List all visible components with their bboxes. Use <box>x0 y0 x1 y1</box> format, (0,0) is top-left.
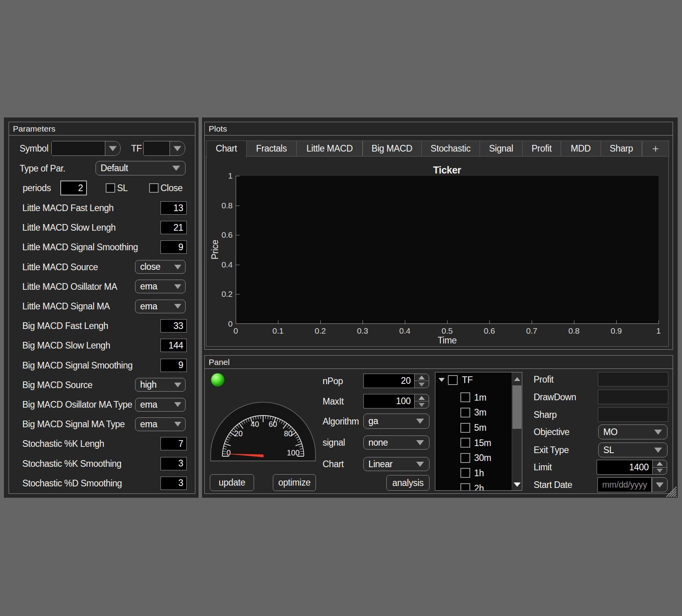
symbol-dropdown-button[interactable] <box>105 141 120 155</box>
spinner-value-npop[interactable]: 20 <box>363 374 414 388</box>
spinner-up-button[interactable] <box>653 460 667 468</box>
param-dropdown-big-macd-source[interactable]: high <box>135 378 186 392</box>
spinner-npop[interactable]: 20 <box>363 374 429 388</box>
tree-label-1m[interactable]: 1m <box>474 392 486 403</box>
svg-text:20: 20 <box>234 429 243 438</box>
dropdown-signal[interactable]: none <box>363 435 429 450</box>
param-dropdown-big-macd-osillator-ma-type[interactable]: ema <box>135 398 186 412</box>
tree-checkbox-3m[interactable] <box>460 408 470 417</box>
spinner-value-maxit[interactable]: 100 <box>363 394 414 408</box>
periods-field[interactable]: 2 <box>60 181 87 195</box>
spinner-limit[interactable]: 1400 <box>597 460 667 475</box>
tree-checkbox-2h[interactable] <box>460 483 470 491</box>
tree-label-30m[interactable]: 30m <box>474 452 491 464</box>
param-dropdown-little-macd-osillator-ma[interactable]: ema <box>135 280 186 293</box>
dropdown-chart[interactable]: Linear <box>363 457 429 471</box>
tree-checkbox-30m[interactable] <box>460 453 470 463</box>
tree-label-tf[interactable]: TF <box>462 374 473 386</box>
tree-checkbox-1m[interactable] <box>460 392 470 402</box>
datepicker-start-date[interactable]: mm/dd/yyyy <box>597 477 652 492</box>
tf-dropdown-button[interactable] <box>170 141 185 155</box>
tab-signal[interactable]: Signal <box>480 141 523 157</box>
field-profit[interactable] <box>598 372 668 387</box>
spinner-up-button[interactable] <box>415 374 429 381</box>
spinner-down-button[interactable] <box>415 401 429 408</box>
tree-checkbox-5m[interactable] <box>460 423 470 433</box>
datepicker-button[interactable] <box>652 477 668 492</box>
param-dropdown-little-macd-source[interactable]: close <box>135 260 186 274</box>
field-drawdown[interactable] <box>598 390 668 404</box>
spinner-value-limit[interactable]: 1400 <box>597 460 652 475</box>
tab-stochastic[interactable]: Stochastic <box>421 141 480 157</box>
tree-label-5m[interactable]: 5m <box>474 422 486 434</box>
tree-checkbox-tf[interactable] <box>448 375 458 385</box>
param-field-little-macd-signal-smoothing[interactable]: 9 <box>161 240 187 254</box>
symbol-dropdown[interactable] <box>51 141 121 156</box>
spinner-down-button[interactable] <box>653 468 667 475</box>
x-tick-mark <box>489 320 490 324</box>
scrollbar-down-icon[interactable] <box>514 482 521 487</box>
spinner-buttons[interactable] <box>414 374 429 388</box>
param-field-stochastic-d-smoothing[interactable]: 3 <box>161 477 187 490</box>
resize-grip-icon[interactable] <box>666 486 677 497</box>
panel-label-maxit: MaxIt <box>323 394 344 409</box>
x-tick-label: 0.3 <box>347 326 378 336</box>
tree-label-1h[interactable]: 1h <box>474 467 484 479</box>
close-checkbox[interactable] <box>149 183 159 193</box>
tree-scrollbar-thumb[interactable] <box>512 385 521 429</box>
sl-checkbox-label: SL <box>117 181 128 195</box>
tab-profit[interactable]: Profit <box>522 141 561 157</box>
dropdown-algorithm[interactable]: ga <box>363 414 429 429</box>
tf-dropdown-value[interactable] <box>144 141 170 155</box>
tab-add[interactable]: + <box>642 141 669 157</box>
tree-label-15m[interactable]: 15m <box>474 437 491 449</box>
param-field-little-macd-slow-lengh[interactable]: 21 <box>161 221 187 234</box>
dropdown-objective[interactable]: MO <box>598 425 668 439</box>
x-tick-mark <box>278 320 278 324</box>
chevron-down-icon <box>416 419 424 424</box>
type-of-par-dropdown[interactable]: Default <box>96 161 186 175</box>
tree-expander-icon[interactable] <box>438 378 445 382</box>
y-tick-label: 0.8 <box>197 201 233 210</box>
symbol-dropdown-value[interactable] <box>52 141 105 155</box>
tab-fractals[interactable]: Fractals <box>246 141 297 157</box>
y-tick-label: 1 <box>197 171 233 181</box>
spinner-up-button[interactable] <box>415 394 429 401</box>
tab-chart[interactable]: Chart <box>206 141 247 157</box>
param-field-big-macd-fast-lengh[interactable]: 33 <box>161 319 187 332</box>
tf-dropdown[interactable] <box>143 141 185 156</box>
spinner-down-button[interactable] <box>415 381 429 388</box>
svg-text:60: 60 <box>269 420 277 428</box>
optimize-button[interactable]: optimize <box>273 474 316 491</box>
tab-little-macd[interactable]: Little MACD <box>296 141 363 157</box>
tree-label-3m[interactable]: 3m <box>474 406 486 418</box>
analysis-button[interactable]: analysis <box>386 475 429 491</box>
tab-big-macd[interactable]: Big MACD <box>363 141 422 157</box>
tab-sharp[interactable]: Sharp <box>601 141 642 157</box>
tree-label-2h[interactable]: 2h <box>474 482 484 491</box>
type-of-par-label: Type of Par. <box>20 161 65 176</box>
tree-checkbox-15m[interactable] <box>460 438 470 448</box>
tree-checkbox-1h[interactable] <box>460 468 470 478</box>
scrollbar-up-icon[interactable] <box>514 377 520 381</box>
dropdown-exit-type[interactable]: SL <box>598 443 668 457</box>
x-tick-label: 0.7 <box>516 326 547 336</box>
param-dropdown-little-macd-signal-ma[interactable]: ema <box>135 300 186 313</box>
sl-checkbox[interactable] <box>106 183 115 193</box>
param-field-stochastic-k-smoothing[interactable]: 3 <box>161 457 187 470</box>
spinner-maxit[interactable]: 100 <box>363 394 429 408</box>
param-dropdown-big-macd-signal-ma-type[interactable]: ema <box>135 417 186 431</box>
param-field-stochastic-k-lengh[interactable]: 7 <box>161 437 187 450</box>
chevron-down-icon <box>174 383 181 387</box>
chart-plot-area[interactable] <box>236 176 659 324</box>
param-field-little-macd-fast-lengh[interactable]: 13 <box>161 201 187 215</box>
close-checkbox-label: Close <box>161 181 182 195</box>
spinner-buttons[interactable] <box>652 460 667 475</box>
tab-mdd[interactable]: MDD <box>561 141 601 157</box>
param-field-big-macd-slow-lengh[interactable]: 144 <box>161 339 187 352</box>
param-field-big-macd-signal-smoothing[interactable]: 9 <box>161 359 187 372</box>
spinner-buttons[interactable] <box>414 394 429 408</box>
dropdown-value-signal: none <box>364 437 416 448</box>
field-sharp[interactable] <box>598 407 668 422</box>
update-button[interactable]: update <box>210 474 254 491</box>
